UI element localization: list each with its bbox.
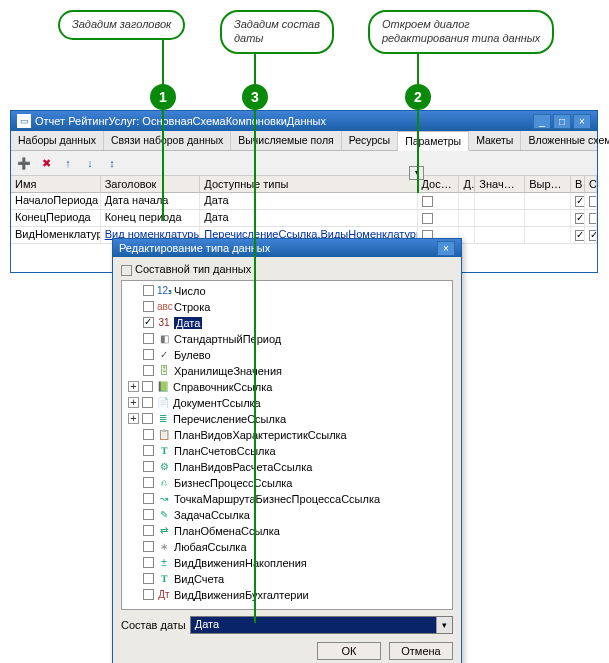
tree-expand-icon[interactable]: + <box>128 381 139 392</box>
tree-item[interactable]: ↝ТочкаМаршрутаБизнесПроцессаСсылка <box>122 491 452 507</box>
tab-datasets[interactable]: Наборы данных <box>11 131 104 150</box>
col-types[interactable]: Доступные типы <box>200 176 417 193</box>
grid-row[interactable]: НачалоПериодаДата началаДата <box>11 193 597 210</box>
tree-item[interactable]: 📋ПланВидовХарактеристикСсылка <box>122 427 452 443</box>
tree-item[interactable]: aвcСтрока <box>122 299 452 315</box>
tree-item[interactable]: ⎌БизнесПроцессСсылка <box>122 475 452 491</box>
tree-checkbox[interactable] <box>143 301 154 312</box>
tree-item[interactable]: ✎ЗадачаСсылка <box>122 507 452 523</box>
cancel-button[interactable]: Отмена <box>389 642 453 660</box>
tree-item[interactable]: ±ВидДвиженияНакопления <box>122 555 452 571</box>
grid-row[interactable]: КонецПериодаКонец периодаДата <box>11 210 597 227</box>
tree-item[interactable]: 12₃Число <box>122 283 452 299</box>
tree-item[interactable]: ДтВидДвиженияБухгалтерии <box>122 587 452 603</box>
date-compose-combo[interactable]: Дата ▾ <box>190 616 453 634</box>
cell-o[interactable] <box>585 210 597 226</box>
tab-parameters[interactable]: Параметры <box>398 131 469 151</box>
date-compose-dropdown-icon[interactable]: ▾ <box>436 617 452 633</box>
tree-label: Булево <box>174 349 211 361</box>
tree-checkbox[interactable] <box>143 557 154 568</box>
col-o[interactable]: О... <box>585 176 597 193</box>
tree-checkbox[interactable] <box>143 461 154 472</box>
col-v[interactable]: В... <box>571 176 585 193</box>
cell-available[interactable] <box>418 193 460 209</box>
tree-checkbox[interactable] <box>143 317 154 328</box>
cell-name[interactable]: ВидНоменклатуры <box>11 227 101 243</box>
cell-v[interactable] <box>571 210 585 226</box>
tree-item[interactable]: +≣ПеречислениеСсылка <box>122 411 452 427</box>
cell-name[interactable]: НачалоПериода <box>11 193 101 209</box>
cell-o[interactable] <box>585 227 597 243</box>
tree-checkbox[interactable] <box>143 541 154 552</box>
tree-checkbox[interactable] <box>143 349 154 360</box>
toolbar-move-down[interactable]: ↓ <box>81 154 99 172</box>
dialog-close-button[interactable]: × <box>437 241 455 256</box>
tab-nested-schemas[interactable]: Вложенные схемы <box>521 131 609 150</box>
toolbar-move-up[interactable]: ↑ <box>59 154 77 172</box>
tree-item[interactable]: 31Дата <box>122 315 452 331</box>
tree-item[interactable]: ⚙ПланВидовРасчетаСсылка <box>122 459 452 475</box>
cell-v[interactable] <box>571 227 585 243</box>
tab-resources[interactable]: Ресурсы <box>342 131 398 150</box>
cell-available[interactable] <box>418 210 460 226</box>
tree-item[interactable]: 𝚻ПланСчетовСсылка <box>122 443 452 459</box>
tab-dataset-links[interactable]: Связи наборов данных <box>104 131 231 150</box>
tree-item[interactable]: 𝚻ВидСчета <box>122 571 452 587</box>
tree-checkbox[interactable] <box>143 477 154 488</box>
maximize-button[interactable]: □ <box>553 114 571 129</box>
window-title: Отчет РейтингУслуг: ОсновнаяСхемаКомпоно… <box>35 115 531 127</box>
tree-item[interactable]: +📄ДокументСсылка <box>122 395 452 411</box>
tree-checkbox[interactable] <box>142 397 153 408</box>
tree-checkbox[interactable] <box>143 445 154 456</box>
col-value[interactable]: Значение <box>475 176 525 193</box>
composite-type-checkbox[interactable] <box>121 265 132 276</box>
cell-types[interactable]: Дата <box>200 210 417 226</box>
cell-types[interactable]: Дата <box>200 193 417 209</box>
tree-checkbox[interactable] <box>143 365 154 376</box>
toolbar-delete[interactable]: ✖ <box>37 154 55 172</box>
cell-d[interactable] <box>459 210 475 226</box>
tree-checkbox[interactable] <box>143 333 154 344</box>
tree-item[interactable]: 🗄ХранилищеЗначения <box>122 363 452 379</box>
cell-name[interactable]: КонецПериода <box>11 210 101 226</box>
tree-checkbox[interactable] <box>142 381 153 392</box>
tree-checkbox[interactable] <box>143 509 154 520</box>
cell-title[interactable]: Дата начала <box>101 193 201 209</box>
toolbar-add[interactable]: ➕ <box>15 154 33 172</box>
cell-value[interactable] <box>475 193 525 209</box>
tree-item[interactable]: ⇄ПланОбменаСсылка <box>122 523 452 539</box>
tree-checkbox[interactable] <box>143 573 154 584</box>
ok-button[interactable]: ОК <box>317 642 381 660</box>
tree-item[interactable]: ◧СтандартныйПериод <box>122 331 452 347</box>
tree-item[interactable]: +📗СправочникСсылка <box>122 379 452 395</box>
col-expression[interactable]: Выраже... <box>525 176 571 193</box>
cell-value[interactable] <box>475 227 525 243</box>
tree-checkbox[interactable] <box>142 413 153 424</box>
tab-calculated-fields[interactable]: Вычисляемые поля <box>231 131 341 150</box>
tree-checkbox[interactable] <box>143 589 154 600</box>
cell-v[interactable] <box>571 193 585 209</box>
col-title[interactable]: Заголовок <box>101 176 201 193</box>
minimize-button[interactable]: _ <box>533 114 551 129</box>
tree-checkbox[interactable] <box>143 429 154 440</box>
cell-value[interactable] <box>475 210 525 226</box>
cell-expr[interactable] <box>525 193 571 209</box>
tree-checkbox[interactable] <box>143 285 154 296</box>
tree-checkbox[interactable] <box>143 493 154 504</box>
tree-expand-icon[interactable]: + <box>128 397 139 408</box>
tree-item[interactable]: ✓Булево <box>122 347 452 363</box>
cell-expr[interactable] <box>525 210 571 226</box>
col-d[interactable]: Д <box>459 176 475 193</box>
tree-expand-icon[interactable]: + <box>128 413 139 424</box>
cell-expr[interactable] <box>525 227 571 243</box>
close-button[interactable]: × <box>573 114 591 129</box>
toolbar-sort[interactable]: ↕ <box>103 154 121 172</box>
cell-title[interactable]: Конец периода <box>101 210 201 226</box>
cell-o[interactable] <box>585 193 597 209</box>
tree-item[interactable]: ∗ЛюбаяСсылка <box>122 539 452 555</box>
cell-d[interactable] <box>459 193 475 209</box>
type-tree[interactable]: 12₃ЧислоaвcСтрока31Дата◧СтандартныйПерио… <box>121 280 453 610</box>
tab-layouts[interactable]: Макеты <box>469 131 521 150</box>
col-name[interactable]: Имя <box>11 176 101 193</box>
tree-checkbox[interactable] <box>143 525 154 536</box>
